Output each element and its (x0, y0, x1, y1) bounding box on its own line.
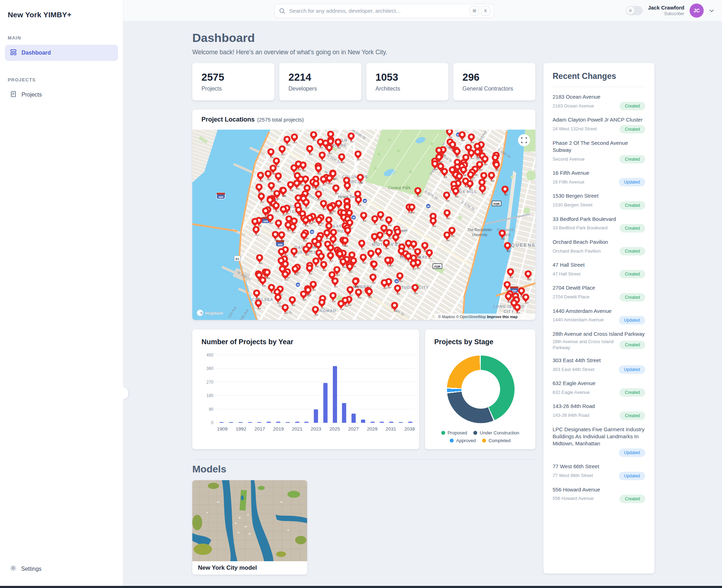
subway-icon: M (310, 230, 314, 234)
sidebar-item-settings[interactable]: Settings (5, 561, 118, 577)
sidebar-item-label: Settings (21, 566, 42, 572)
y-axis-tick: 180 (206, 393, 213, 398)
recent-change-item[interactable]: 33 Bedford Park Boulevard33 Bedford Park… (553, 216, 645, 233)
keyboard-shortcut-key: K (481, 6, 490, 16)
svg-text:FDR: FDR (493, 202, 499, 206)
mapbox-logo[interactable]: mapbox (197, 310, 223, 316)
recent-change-item[interactable]: 556 Howard Avenue556 Howard AvenueCreate… (553, 486, 645, 503)
svg-text:M: M (353, 216, 355, 219)
x-axis-tick (359, 426, 367, 432)
avatar[interactable]: JC (690, 4, 704, 18)
status-badge: Created (620, 341, 645, 349)
bar (257, 422, 261, 423)
svg-text:495: 495 (218, 196, 223, 199)
x-axis-tick (396, 426, 404, 432)
bar (267, 422, 271, 423)
recent-change-title: 16 Fifth Avenue (553, 169, 645, 177)
recent-change-item[interactable]: 143-26 84th Road143-26 84th RoadCreated (553, 403, 645, 420)
x-axis-tick: 2027 (348, 426, 359, 432)
map-label: NOMAD (319, 309, 336, 313)
recent-change-item[interactable]: 632 Eagle Avenue632 Eagle AvenueCreated (553, 380, 645, 397)
stat-label: Developers (288, 86, 361, 92)
fdr-shield: FDR (492, 201, 501, 206)
donut-chart (447, 355, 515, 423)
status-badge: Created (620, 224, 645, 233)
status-badge: Created (620, 495, 645, 503)
map-label: CITY (504, 309, 514, 314)
x-axis-tick: 1992 (236, 426, 246, 432)
y-axis-tick: 450 (206, 353, 213, 358)
svg-text:M: M (396, 280, 398, 283)
recent-change-item[interactable]: 1530 Bergen Street1530 Bergen StreetCrea… (553, 192, 645, 209)
map-label: QUEENS (511, 242, 535, 248)
legend-item: Approved (450, 438, 476, 443)
sidebar-item-dashboard[interactable]: Dashboard (5, 45, 118, 61)
status-badge: Created (620, 247, 645, 255)
bar (314, 409, 318, 423)
recent-change-title: 1530 Bergen Street (553, 192, 645, 199)
recent-change-item[interactable]: 16 Fifth Avenue16 Fifth AvenueUpdated (553, 169, 645, 186)
recent-change-item[interactable]: Adam Clayton Powell Jr ANCP Cluster24 We… (553, 116, 645, 133)
model-label: New York City model (192, 561, 307, 575)
status-badge: Created (620, 102, 645, 110)
recent-change-item[interactable]: Phase 2 Of The Second Avenue SubwaySecon… (553, 140, 645, 164)
nav-section-main: MAIN (0, 35, 123, 41)
recent-change-item[interactable]: 1440 Amsterdam Avenue1440 Amsterdam Aven… (553, 308, 645, 324)
bar (304, 422, 309, 423)
bar (361, 420, 365, 423)
search-input[interactable] (288, 7, 470, 14)
recent-change-title: 1440 Amsterdam Avenue (553, 308, 645, 315)
sidebar-item-label: Dashboard (21, 50, 51, 56)
fullscreen-button[interactable] (518, 134, 530, 146)
status-badge: Created (620, 388, 645, 397)
stat-label: Projects (201, 86, 274, 92)
bar (286, 422, 290, 423)
recent-change-title: 303 East 44th Street (553, 357, 645, 364)
recent-change-item[interactable]: 28th Avenue and Cross Island Parkway28th… (553, 330, 645, 351)
recent-change-item[interactable]: 77 West 66th Street77 West 66th StreetUp… (553, 463, 645, 480)
x-axis-tick: 2017 (254, 426, 265, 432)
subway-icon: M (363, 199, 367, 203)
stat-label: General Contractors (462, 86, 535, 92)
sidebar-collapse-handle[interactable] (123, 387, 129, 400)
y-axis-tick: 90 (209, 407, 213, 412)
divider (552, 87, 646, 87)
x-axis-tick: 2038 (404, 426, 415, 432)
x-axis-tick: 1909 (217, 426, 228, 432)
svg-text:M: M (427, 205, 430, 208)
recent-change-item[interactable]: Orchard Beach PavilionOrchard Beach Pavi… (553, 239, 645, 255)
map-label: CHELSEA (252, 297, 274, 302)
section-divider (195, 459, 535, 460)
theme-toggle[interactable] (626, 6, 643, 15)
status-badge: Updated (619, 448, 645, 457)
status-badge: Created (620, 293, 645, 302)
recent-change-title: 556 Howard Avenue (553, 486, 645, 493)
sidebar: New York YIMBY+ MAIN Dashboard PROJECTS … (0, 0, 123, 586)
bar (323, 383, 328, 423)
svg-text:© Mapbox © OpenStreetMap Impro: © Mapbox © OpenStreetMap Improve this ma… (438, 315, 518, 319)
bar (248, 422, 252, 423)
model-card[interactable]: New York City model (192, 480, 307, 575)
recent-change-subtitle: 24 West 132nd Street (553, 126, 617, 132)
nyc-model-thumbnail (192, 480, 307, 561)
recent-change-item[interactable]: 2704 Dewitt Place2704 Dewitt PlaceCreate… (553, 284, 645, 301)
svg-text:mapbox: mapbox (205, 310, 223, 316)
recent-change-item[interactable]: 303 East 44th Street303 East 44th Street… (553, 357, 645, 374)
status-badge: Updated (619, 316, 645, 324)
bar (219, 422, 224, 423)
recent-change-item[interactable]: LPC Designates Five Garment Industry Bui… (553, 426, 645, 457)
recent-change-item[interactable]: 2183 Ocean Avenue2183 Ocean AvenueCreate… (553, 93, 645, 110)
search-box[interactable]: ⌘K (274, 4, 494, 18)
chevron-down-icon[interactable] (709, 8, 714, 13)
sidebar-item-projects[interactable]: Projects (5, 87, 118, 103)
sidebar-item-label: Projects (21, 92, 42, 98)
map-attribution[interactable]: © Mapbox © OpenStreetMap Improve this ma… (435, 314, 535, 320)
map[interactable]: LINCOLNSQUARECOLUMBUSCIRCLELENOX HILLHEL… (192, 130, 535, 320)
recent-change-item[interactable]: 47 Hall Street47 Hall StreetCreated (553, 261, 645, 278)
stat-value: 1053 (375, 72, 448, 83)
status-badge: Updated (619, 365, 645, 374)
user-block: Jack Crawford Subscriber (648, 5, 684, 17)
map-label: The Rockefeller (467, 228, 492, 232)
recent-change-title: LPC Designates Five Garment Industry Bui… (553, 426, 645, 447)
svg-text:M: M (364, 199, 366, 203)
